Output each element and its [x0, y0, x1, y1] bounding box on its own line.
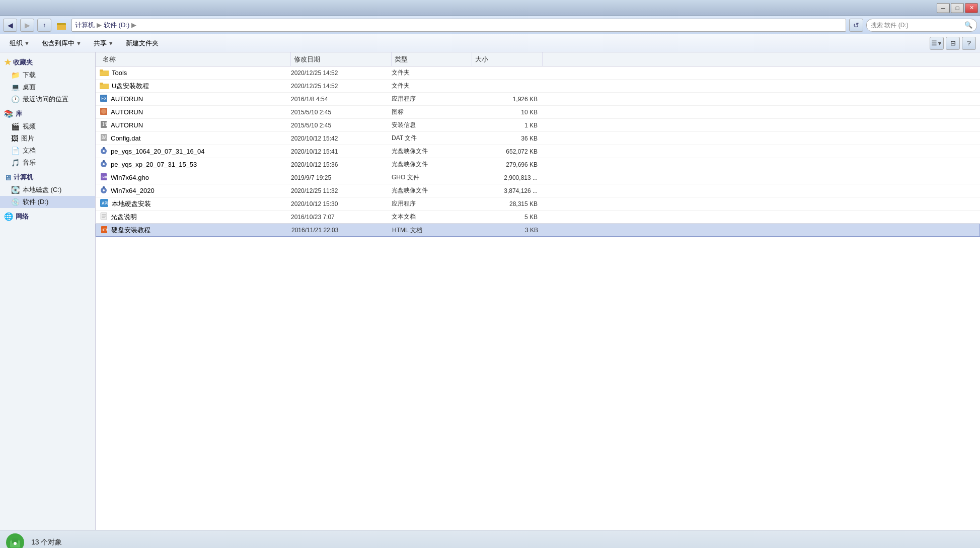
star-icon: ★ — [4, 57, 11, 67]
library-label: 库 — [16, 109, 22, 118]
include-library-button[interactable]: 包含到库中 ▼ — [36, 36, 87, 50]
col-header-name[interactable]: 名称 — [100, 52, 291, 66]
computer-section: 🖥 计算机 💽 本地磁盘 (C:) 💿 软件 (D:) — [0, 171, 95, 208]
forward-button[interactable]: ▶ — [20, 19, 34, 32]
svg-rect-27 — [103, 186, 105, 188]
address-bar: ◀ ▶ ↑ 计算机 ▶ 软件 (D:) ▶ ↺ 🔍 — [0, 16, 980, 34]
sidebar-item-document[interactable]: 📄 文档 — [0, 145, 95, 157]
share-button[interactable]: 共享 ▼ — [88, 36, 119, 50]
svg-text:INF: INF — [102, 122, 108, 127]
file-name-cell: APP 本地硬盘安装 — [100, 198, 291, 209]
table-row[interactable]: INF AUTORUN 2015/5/10 2:45 安装信息 1 KB — [96, 119, 980, 132]
breadcrumb-drive[interactable]: 软件 (D:) — [104, 21, 129, 30]
svg-rect-22 — [103, 160, 105, 162]
breadcrumb-computer[interactable]: 计算机 — [75, 21, 95, 30]
sidebar-item-c-drive[interactable]: 💽 本地磁盘 (C:) — [0, 184, 95, 196]
file-name: pe_yqs_xp_20_07_31_15_53 — [111, 161, 197, 168]
view-options-button[interactable]: ☰ ▼ — [930, 37, 944, 50]
refresh-button[interactable]: ↺ — [849, 19, 863, 32]
file-list[interactable]: Tools 2020/12/25 14:52 文件夹 U盘安装教程 2020/1… — [96, 66, 980, 530]
network-header[interactable]: 🌐 网络 — [0, 210, 95, 223]
sidebar-item-download-label: 下载 — [23, 71, 36, 80]
table-row[interactable]: U盘安装教程 2020/12/25 14:52 文件夹 — [96, 80, 980, 93]
preview-icon: ⊟ — [950, 39, 956, 47]
file-name: Config.dat — [111, 134, 140, 142]
include-dropdown-icon: ▼ — [76, 40, 82, 46]
sidebar-item-document-label: 文档 — [23, 146, 36, 155]
table-row[interactable]: 光盘说明 2016/10/23 7:07 文本文档 5 KB — [96, 211, 980, 224]
toolbar-right: ☰ ▼ ⊟ ? — [930, 37, 976, 50]
library-header[interactable]: 📚 库 — [0, 107, 95, 120]
table-row[interactable]: AUTORUN 2015/5/10 2:45 图标 10 KB — [96, 106, 980, 119]
file-name: AUTORUN — [111, 121, 143, 129]
sidebar-item-desktop-label: 桌面 — [23, 83, 36, 92]
maximize-button[interactable]: □ — [951, 3, 964, 13]
location-icon — [54, 19, 68, 32]
breadcrumb-sep2: ▶ — [131, 21, 136, 29]
table-row[interactable]: EXE AUTORUN 2016/1/8 4:54 应用程序 1,926 KB — [96, 93, 980, 106]
file-icon — [100, 147, 108, 156]
sidebar-item-d-drive-label: 软件 (D:) — [23, 197, 48, 207]
table-row[interactable]: Tools 2020/12/25 14:52 文件夹 — [96, 66, 980, 80]
help-icon: ? — [967, 39, 970, 47]
table-row[interactable]: HTML 硬盘安装教程 2016/11/21 22:03 HTML 文档 3 K… — [96, 224, 980, 237]
include-label: 包含到库中 — [42, 39, 74, 48]
table-row[interactable]: GHO Win7x64.gho 2019/9/7 19:25 GHO 文件 2,… — [96, 171, 980, 184]
sidebar-item-video[interactable]: 🎬 视频 — [0, 120, 95, 132]
table-row[interactable]: Win7x64_2020 2020/12/25 11:32 光盘映像文件 3,8… — [96, 184, 980, 197]
file-icon — [100, 107, 108, 117]
file-date: 2015/5/10 2:45 — [291, 122, 392, 129]
svg-text:HTML: HTML — [102, 228, 108, 232]
file-name-cell: 光盘说明 — [100, 212, 291, 222]
up-button[interactable]: ↑ — [37, 19, 51, 32]
svg-text:DAT: DAT — [102, 135, 108, 140]
file-size: 2,900,813 ... — [472, 174, 543, 181]
col-header-type[interactable]: 类型 — [392, 52, 472, 66]
file-type: 安装信息 — [392, 121, 472, 129]
column-headers: 名称 修改日期 类型 大小 — [96, 52, 980, 66]
back-button[interactable]: ◀ — [3, 19, 17, 32]
d-drive-icon: 💿 — [11, 198, 20, 206]
help-button[interactable]: ? — [962, 37, 976, 50]
file-type: 光盘映像文件 — [392, 147, 472, 156]
table-row[interactable]: pe_yqs_1064_20_07_31_16_04 2020/10/12 15… — [96, 145, 980, 158]
file-size: 3 KB — [473, 227, 543, 234]
sidebar-item-picture[interactable]: 🖼 图片 — [0, 132, 95, 145]
col-header-size[interactable]: 大小 — [472, 52, 543, 66]
file-name-cell: pe_yqs_1064_20_07_31_16_04 — [100, 147, 291, 156]
minimize-button[interactable]: ─ — [937, 3, 950, 13]
file-name-cell: AUTORUN — [100, 107, 291, 117]
download-icon: 📁 — [11, 71, 20, 79]
organize-button[interactable]: 组织 ▼ — [4, 36, 35, 50]
search-box[interactable]: 🔍 — [866, 19, 977, 32]
picture-icon: 🖼 — [11, 134, 18, 143]
file-icon — [100, 68, 109, 78]
file-type: 应用程序 — [392, 95, 472, 103]
table-row[interactable]: DAT Config.dat 2020/10/12 15:42 DAT 文件 3… — [96, 132, 980, 145]
search-icon[interactable]: 🔍 — [964, 21, 972, 29]
breadcrumb-bar[interactable]: 计算机 ▶ 软件 (D:) ▶ — [71, 19, 846, 32]
new-folder-button[interactable]: 新建文件夹 — [120, 36, 164, 50]
file-date: 2016/11/21 22:03 — [291, 227, 392, 234]
favorites-header[interactable]: ★ 收藏夹 — [0, 55, 95, 69]
col-header-date[interactable]: 修改日期 — [291, 52, 392, 66]
sidebar-item-music[interactable]: 🎵 音乐 — [0, 157, 95, 169]
computer-header[interactable]: 🖥 计算机 — [0, 171, 95, 184]
file-size: 28,315 KB — [472, 200, 543, 208]
table-row[interactable]: APP 本地硬盘安装 2020/10/12 15:30 应用程序 28,315 … — [96, 197, 980, 211]
search-input[interactable] — [871, 22, 962, 29]
preview-pane-button[interactable]: ⊟ — [946, 37, 960, 50]
file-name-cell: INF AUTORUN — [100, 120, 291, 130]
table-row[interactable]: pe_yqs_xp_20_07_31_15_53 2020/10/12 15:3… — [96, 158, 980, 171]
file-type: HTML 文档 — [392, 226, 473, 235]
file-name-cell: EXE AUTORUN — [100, 94, 291, 104]
sidebar-item-desktop[interactable]: 💻 桌面 — [0, 81, 95, 93]
sidebar-item-recent-label: 最近访问的位置 — [23, 95, 68, 104]
file-name: Tools — [112, 69, 127, 77]
sidebar-item-recent[interactable]: 🕐 最近访问的位置 — [0, 93, 95, 105]
sidebar-item-d-drive[interactable]: 💿 软件 (D:) — [0, 196, 95, 208]
file-date: 2015/5/10 2:45 — [291, 109, 392, 116]
close-button[interactable]: ✕ — [965, 3, 978, 13]
sidebar-item-download[interactable]: 📁 下载 — [0, 69, 95, 81]
file-name-cell: GHO Win7x64.gho — [100, 173, 291, 182]
